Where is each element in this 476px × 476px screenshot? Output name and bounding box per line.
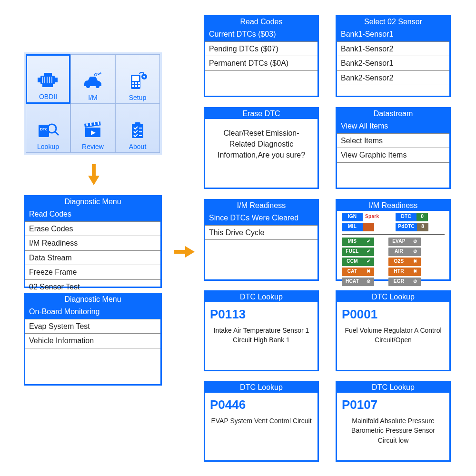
list-item[interactable]: Freeze Frame xyxy=(25,265,160,280)
svg-rect-38 xyxy=(135,122,140,125)
list-item[interactable]: Since DTCs Were Cleared xyxy=(205,211,317,226)
datastream-panel: Datastream View All Items Select Items V… xyxy=(336,107,451,189)
main-menu-label: About xyxy=(129,143,147,150)
list-item[interactable]: Bank1-Sensor2 xyxy=(337,42,449,57)
panel-title: Read Codes xyxy=(205,17,317,27)
dtc-lookup-card: DTC Lookup P0001 Fuel Volume Regulator A… xyxy=(336,290,451,371)
svg-rect-2 xyxy=(55,78,58,82)
main-menu-item-obdii[interactable]: OBDII xyxy=(26,54,70,104)
diagnostic-menu-panel: Diagnostic Menu Read Codes Erase Codes I… xyxy=(24,195,162,288)
engine-icon xyxy=(37,70,60,91)
arrow-down-icon xyxy=(88,164,99,185)
svg-rect-19 xyxy=(138,82,140,84)
list-item[interactable]: This Drive Cycle xyxy=(205,226,317,240)
list-item[interactable]: Erase Codes xyxy=(25,222,160,237)
select-o2-panel: Select 02 Sensor Bank1-Sensor1 Bank1-Sen… xyxy=(336,15,451,97)
main-menu-label: Lookup xyxy=(37,143,59,150)
list-item[interactable]: Evap System Test xyxy=(25,319,160,334)
dtc-code: P0446 xyxy=(205,393,317,412)
main-menu-label: Setup xyxy=(129,94,147,101)
panel-title: DTC Lookup xyxy=(337,382,449,393)
erase-dtc-panel: Erase DTC Clear/Reset Emission-Related D… xyxy=(204,107,319,189)
list-item[interactable]: Bank1-Sensor1 xyxy=(337,27,449,42)
read-codes-panel: Read Codes Current DTCs ($03) Pending DT… xyxy=(204,15,319,97)
svg-rect-3 xyxy=(44,73,52,76)
im-dash-body: IGN Spark MIL DTC 0 PdDTC 8 MIS xyxy=(342,213,445,286)
status-badge: MIS ✔ xyxy=(342,238,374,246)
list-item[interactable]: Current DTCs ($03) xyxy=(205,27,317,42)
list-item[interactable]: Permanent DTCs ($0A) xyxy=(205,56,317,71)
list-item[interactable]: Vehicle Information xyxy=(25,334,160,348)
list-item[interactable]: 02 Sensor Test xyxy=(25,280,160,295)
svg-marker-45 xyxy=(185,246,195,258)
main-menu-item-setup[interactable]: Setup xyxy=(115,54,160,104)
dialog-message: Clear/Reset Emission-Related Diagnostic … xyxy=(205,119,317,169)
status-badge: DTC 0 xyxy=(396,213,428,221)
main-menu-item-about[interactable]: About xyxy=(115,104,160,153)
status-badge: MIL xyxy=(342,223,381,231)
main-menu-item-im[interactable]: I/M xyxy=(70,54,115,104)
list-item[interactable]: Select Items xyxy=(337,134,449,149)
list-item[interactable]: Bank2-Sensor2 xyxy=(337,71,449,86)
im-readiness-dash-panel: I/M Readiness IGN Spark MIL DTC 0 PdDTC … xyxy=(336,199,451,281)
dtc-code: P0113 xyxy=(205,302,317,322)
svg-rect-16 xyxy=(132,76,139,81)
list-item[interactable]: View All Items xyxy=(337,119,449,134)
status-badge: HTR ✖ xyxy=(388,268,421,276)
list-item[interactable]: View Graphic Items xyxy=(337,148,449,163)
svg-point-10 xyxy=(86,84,90,88)
svg-rect-20 xyxy=(132,85,134,87)
main-menu-label: OBDII xyxy=(39,93,57,100)
panel-title: Select 02 Sensor xyxy=(337,17,449,27)
svg-rect-1 xyxy=(38,78,40,82)
svg-line-28 xyxy=(55,131,59,135)
dtc-description: Fuel Volume Regulator A Control Circuit/… xyxy=(337,322,449,347)
diagnostic-menu-panel-2: Diagnostic Menu On-Board Monitoring Evap… xyxy=(24,293,162,386)
panel-title: DTC Lookup xyxy=(205,292,317,302)
arrow-right-icon xyxy=(174,246,195,258)
svg-rect-42 xyxy=(92,164,96,176)
list-item[interactable]: Bank2-Sensor1 xyxy=(337,56,449,71)
list-item[interactable]: Data Stream xyxy=(25,251,160,266)
main-menu-label: Review xyxy=(82,143,104,150)
dtc-magnifier-icon: DTC xyxy=(37,120,60,141)
panel-title: Diagnostic Menu xyxy=(25,294,160,305)
svg-point-11 xyxy=(96,84,99,88)
panel-title: I/M Readiness xyxy=(205,200,317,211)
status-badge: HCAT ⊘ xyxy=(342,278,374,286)
main-menu-item-lookup[interactable]: DTC Lookup xyxy=(26,104,70,153)
panel-title: DTC Lookup xyxy=(205,382,317,393)
panel-title: Erase DTC xyxy=(205,109,317,119)
svg-marker-43 xyxy=(88,176,99,185)
dtc-lookup-card: DTC Lookup P0446 EVAP System Vent Contro… xyxy=(204,381,319,462)
svg-point-14 xyxy=(100,72,101,73)
status-badge: CAT ✖ xyxy=(342,268,374,276)
clapper-icon xyxy=(81,120,104,141)
status-badge: CCM ✔ xyxy=(342,258,374,266)
car-icon xyxy=(81,71,104,92)
im-readiness-menu-panel: I/M Readiness Since DTCs Were Cleared Th… xyxy=(204,199,319,281)
svg-rect-44 xyxy=(174,250,185,254)
list-item[interactable]: Pending DTCs ($07) xyxy=(205,42,317,57)
main-menu: OBDII I/M Setup DTC Lookup Review About xyxy=(24,52,162,155)
list-item[interactable]: On-Board Monitoring xyxy=(25,305,160,319)
svg-rect-18 xyxy=(135,82,137,84)
dtc-description: Intake Air Temperature Sensor 1 Circuit … xyxy=(205,322,317,347)
panel-title: I/M Readiness xyxy=(337,200,449,211)
svg-rect-4 xyxy=(42,84,53,87)
dtc-lookup-card: DTC Lookup P0107 Mainifold Absolute Pres… xyxy=(336,381,451,462)
list-item[interactable]: Read Codes xyxy=(25,207,160,222)
dtc-description: Mainifold Absolute Pressure Barometric P… xyxy=(337,412,449,447)
dtc-description: EVAP System Vent Control Circuit xyxy=(205,412,317,427)
main-menu-item-review[interactable]: Review xyxy=(70,104,115,153)
list-item[interactable]: I/M Readiness xyxy=(25,236,160,251)
dtc-lookup-card: DTC Lookup P0113 Intake Air Temperature … xyxy=(204,290,319,371)
status-badge: EVAP ⊘ xyxy=(388,238,421,246)
svg-rect-21 xyxy=(135,85,137,87)
svg-text:DTC: DTC xyxy=(40,127,48,131)
status-badge: PdDTC 8 xyxy=(396,223,428,231)
clipboard-check-icon xyxy=(126,120,149,141)
status-badge: EGR ⊘ xyxy=(388,278,421,286)
dtc-code: P0001 xyxy=(337,302,449,322)
device-gear-icon xyxy=(126,71,149,92)
